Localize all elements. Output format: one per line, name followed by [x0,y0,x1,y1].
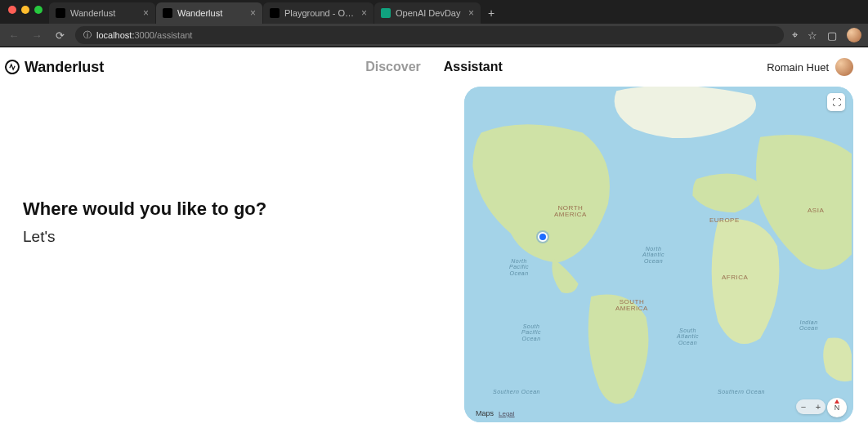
content: Where would you like to go? [0,87,868,437]
address-bar[interactable]: ⓘ localhost:3000/assistant [75,26,784,44]
prompt-input[interactable] [23,228,448,246]
nav-assistant[interactable]: Assistant [444,60,503,74]
app-topbar: Wanderlust Discover Assistant Romain Hue… [0,47,868,87]
tab-1[interactable]: Wanderlust × [156,2,262,24]
map-label-southern-l: Southern Ocean [493,389,540,395]
page-content: Wanderlust Discover Assistant Romain Hue… [0,47,868,437]
url-path: 3000/assistant [134,30,192,40]
user-avatar[interactable] [835,58,853,76]
bookmark-icon[interactable]: ☆ [808,29,817,42]
browser-chrome: Wanderlust × Wanderlust × Playground - O… [0,0,868,47]
tab-close-button[interactable]: × [138,7,149,19]
tab-title: Wanderlust [177,8,245,18]
map-label-satlantic: SouthAtlanticOcean [677,328,699,346]
profile-avatar[interactable] [847,28,861,42]
window-minimize-button[interactable] [21,6,29,14]
map-label-north-america: NORTHAMERICA [554,205,587,219]
user-block[interactable]: Romain Huet [767,58,853,76]
tab-3[interactable]: OpenAI DevDay × [374,2,481,24]
zoom-out-button[interactable]: − [801,402,806,412]
tab-strip: Wanderlust × Wanderlust × Playground - O… [0,0,868,24]
brand-logo-icon [2,57,21,76]
map-label-natlantic: NorthAtlanticOcean [642,246,664,264]
tab-title: OpenAI DevDay [396,8,463,18]
tab-title: Playground - OpenAI API [284,8,356,18]
tab-close-button[interactable]: × [245,7,256,19]
sidepanel-icon[interactable]: ▢ [827,29,837,42]
favicon-icon [163,8,172,18]
map-label-spacific: SouthPacificOcean [521,323,541,341]
nav-discover[interactable]: Discover [365,60,421,74]
user-location-dot [538,232,548,242]
map-3d-button[interactable]: ⛶ [827,93,845,111]
map-label-europe: EUROPE [709,217,740,224]
map-label-africa: AFRICA [722,274,748,281]
map-label-indian: IndianOcean [799,319,818,332]
map-label-southern-r: Southern Ocean [718,389,765,395]
maps-legal-link[interactable]: Legal [499,410,515,417]
tab-2[interactable]: Playground - OpenAI API × [263,2,374,24]
browser-toolbar: ← → ⟳ ⓘ localhost:3000/assistant ⌖ ☆ ▢ [0,24,868,47]
zoom-in-button[interactable]: + [816,402,821,412]
user-name: Romain Huet [767,61,829,74]
top-nav: Discover Assistant [365,60,503,74]
tab-close-button[interactable]: × [356,7,367,19]
map-label-asia: ASIA [808,207,824,214]
map-label-south-america: SOUTHAMERICA [615,299,648,313]
compass-label: N [834,404,840,412]
window-zoom-button[interactable] [34,6,43,14]
forward-button[interactable]: → [29,29,44,42]
window-controls [5,0,49,24]
map-zoom-control: − + [796,399,825,414]
map-compass-button[interactable]: N [827,398,847,417]
tab-title: Wanderlust [70,8,138,18]
back-button[interactable]: ← [7,29,21,42]
map-panel[interactable]: NORTHAMERICA SOUTHAMERICA EUROPE AFRICA … [464,87,853,422]
map-attribution: Maps Legal [471,409,515,417]
map-3d-icon: ⛶ [832,97,841,107]
url-host: localhost: [96,30,134,40]
toolbar-right: ⌖ ☆ ▢ [792,28,861,42]
brand[interactable]: Wanderlust [5,59,104,76]
window-close-button[interactable] [8,6,16,14]
brand-name: Wanderlust [25,59,104,76]
url-text: localhost:3000/assistant [96,30,192,40]
prompt-input-wrap[interactable] [23,228,448,246]
prompt-panel: Where would you like to go? [23,87,448,422]
tab-close-button[interactable]: × [463,7,474,19]
maps-attr-text: Maps [476,409,494,417]
favicon-icon [381,8,391,18]
favicon-icon [270,8,280,18]
tab-0[interactable]: Wanderlust × [49,2,155,24]
site-info-icon[interactable]: ⓘ [83,29,92,41]
reload-button[interactable]: ⟳ [52,29,67,42]
location-icon[interactable]: ⌖ [792,29,798,42]
favicon-icon [56,8,65,18]
new-tab-button[interactable]: + [481,3,501,23]
prompt-heading: Where would you like to go? [23,198,448,220]
map-label-npacific: NorthPacificOcean [509,258,529,276]
